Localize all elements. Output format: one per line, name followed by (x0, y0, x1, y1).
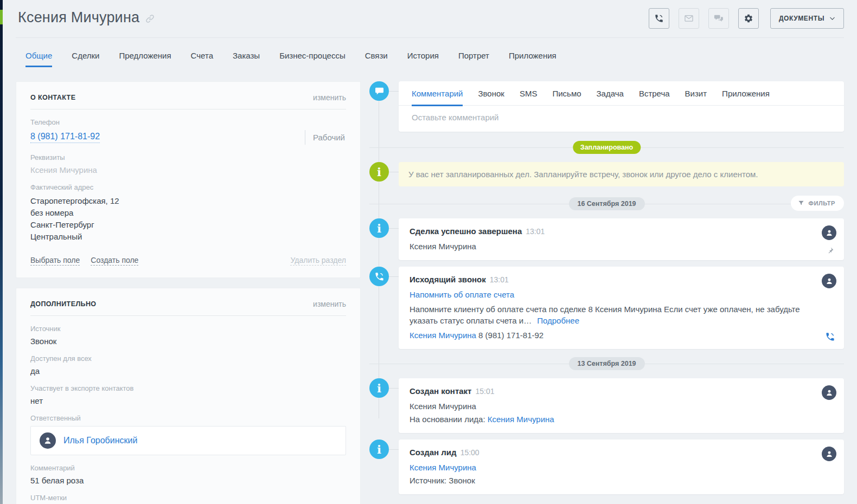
date-separator: 13 Сентября 2019 (369, 357, 844, 370)
gear-icon (744, 14, 753, 23)
documents-dropdown[interactable]: ДОКУМЕНТЫ (770, 8, 844, 29)
planned-separator: Запланировано (369, 141, 844, 154)
event-source: Источник: Звонок (410, 475, 814, 486)
phone-link[interactable]: 8 (981) 171-81-92 (30, 132, 100, 143)
event-contact-name: Ксения Мичурина (410, 400, 814, 412)
composer-tab-sms[interactable]: SMS (520, 81, 538, 106)
available-label: Доступен для всех (30, 354, 346, 363)
task-link[interactable]: Напомнить об оплате счета (410, 290, 514, 299)
edit-additional-link[interactable]: изменить (313, 300, 346, 308)
delete-section-link[interactable]: Удалить раздел (290, 256, 346, 266)
tab-offers[interactable]: Предложения (119, 51, 171, 67)
phone-icon (654, 14, 664, 23)
address-building[interactable]: без номера (30, 207, 346, 219)
event-lead-created: Создан лид 15:00 Ксения Мичурина Источни… (399, 440, 844, 494)
event-title: Создан контакт (410, 386, 471, 396)
user-avatar-icon (822, 385, 836, 400)
event-time: 15:01 (475, 387, 494, 396)
contact-link[interactable]: Ксения Мичурина (410, 331, 476, 340)
collapsed-nav-strip[interactable] (0, 0, 3, 504)
additional-panel: ДОПОЛНИТЕЛЬНО изменить Источник Звонок Д… (16, 288, 361, 504)
page-title: Ксения Мичурина (18, 9, 139, 26)
composer-tabs: Комментарий Звонок SMS Письмо Задача Вст… (399, 81, 844, 106)
tab-history[interactable]: История (407, 51, 439, 67)
event-title: Сделка успешно завершена (410, 227, 522, 236)
about-contact-panel: О КОНТАКТЕ изменить Телефон 8 (981) 171-… (16, 81, 361, 278)
tab-portrait[interactable]: Портрет (458, 51, 489, 67)
more-link[interactable]: Подробнее (537, 316, 579, 325)
timeline-event: i Создан контакт 15:01 Ксения Мичурина Н… (369, 378, 844, 433)
event-deal-completed: Сделка успешно завершена 13:01 Ксения Ми… (399, 218, 844, 260)
comment-label: Комментарий (30, 464, 346, 472)
utm-label: UTM-метки (30, 494, 346, 502)
responsible-user-link[interactable]: Илья Горобинский (63, 436, 137, 445)
link-icon[interactable] (145, 14, 155, 24)
comment-input[interactable]: Оставьте комментарий (399, 106, 844, 132)
tab-orders[interactable]: Заказы (233, 51, 260, 67)
info-icon: i (369, 440, 389, 459)
composer-tab-call[interactable]: Звонок (478, 81, 504, 106)
tab-deals[interactable]: Сделки (72, 51, 99, 67)
phone-label: Телефон (30, 118, 346, 126)
nav-active-indicator (0, 10, 3, 24)
planned-badge: Запланировано (573, 141, 641, 154)
requisites-value[interactable]: Ксения Мичурина (30, 165, 346, 175)
contact-link[interactable]: Ксения Мичурина (410, 463, 476, 472)
export-value[interactable]: нет (30, 396, 346, 405)
source-label: Источник (30, 325, 346, 333)
address-street[interactable]: Старопетергофская, 12 (30, 195, 346, 207)
tab-business-processes[interactable]: Бизнес-процессы (279, 51, 346, 67)
timeline-event: i Создан лид 15:00 Ксения Мичурина Источ… (369, 440, 844, 494)
responsible-label: Ответственный (30, 414, 346, 422)
email-button[interactable] (679, 8, 699, 29)
address-city[interactable]: Санкт-Петербург (30, 219, 346, 231)
lead-base-label: На основании лида: (410, 415, 485, 424)
tab-invoices[interactable]: Счета (191, 51, 213, 67)
contact-phone: 8 (981) 171-81-92 (478, 331, 543, 340)
timeline-event: Исходящий звонок 13:01 Напомнить об опла… (369, 267, 844, 349)
composer-tab-visit[interactable]: Визит (685, 81, 707, 106)
composer-tab-task[interactable]: Задача (597, 81, 624, 106)
date-badge: 13 Сентября 2019 (568, 357, 644, 370)
export-label: Участвует в экспорте контактов (30, 384, 346, 392)
event-title: Исходящий звонок (410, 275, 486, 284)
documents-label: ДОКУМЕНТЫ (779, 15, 824, 22)
lead-link[interactable]: Ксения Мичурина (488, 415, 554, 424)
tab-apps[interactable]: Приложения (509, 51, 557, 67)
chat-bubbles-icon (714, 14, 724, 23)
pin-icon[interactable] (826, 247, 834, 255)
phone-type[interactable]: Рабочий (305, 130, 346, 145)
chat-button[interactable] (708, 8, 729, 29)
composer-tab-comment[interactable]: Комментарий (412, 81, 463, 106)
timeline-event: i Сделка успешно завершена 13:01 Ксения … (369, 218, 844, 260)
source-value[interactable]: Звонок (30, 337, 346, 346)
outgoing-call-icon (369, 267, 389, 286)
responsible-user-box[interactable]: Илья Горобинский (30, 426, 346, 455)
comment-value[interactable]: 51 белая роза (30, 476, 346, 485)
address-district[interactable]: Центральный (30, 231, 346, 243)
filter-label: ФИЛЬТР (809, 200, 835, 206)
tab-general[interactable]: Общие (25, 51, 52, 67)
user-avatar-icon (40, 432, 56, 449)
user-avatar-icon (822, 447, 836, 461)
call-back-icon[interactable] (825, 332, 835, 342)
composer-tab-apps[interactable]: Приложения (722, 81, 770, 106)
edit-contact-link[interactable]: изменить (313, 93, 346, 102)
available-value[interactable]: да (30, 366, 346, 376)
call-button[interactable] (649, 8, 669, 29)
info-icon: i (369, 218, 389, 238)
event-title: Создан лид (410, 448, 457, 457)
choose-field-link[interactable]: Выбрать поле (30, 256, 80, 266)
address-label: Фактический адрес (30, 183, 346, 191)
user-avatar-icon (822, 225, 836, 240)
tab-relations[interactable]: Связи (365, 51, 388, 67)
event-body-text: Напомните клиенту об оплате счета по сде… (410, 305, 800, 325)
composer-tab-meeting[interactable]: Встреча (639, 81, 670, 106)
composer-tab-letter[interactable]: Письмо (552, 81, 581, 106)
date-separator: 16 Сентября 2019 ФИЛЬТР (369, 197, 844, 210)
main-tabs: Общие Сделки Предложения Счета Заказы Би… (3, 51, 857, 67)
filter-button[interactable]: ФИЛЬТР (791, 196, 844, 211)
create-field-link[interactable]: Создать поле (91, 256, 138, 266)
settings-button[interactable] (738, 8, 759, 29)
user-avatar-icon (822, 274, 836, 288)
